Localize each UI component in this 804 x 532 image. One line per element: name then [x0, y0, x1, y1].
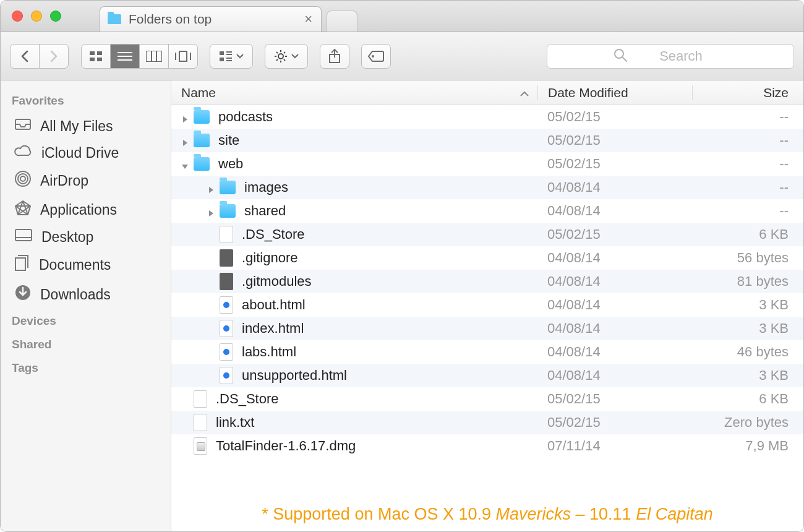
- sidebar-item-desktop[interactable]: Desktop: [1, 224, 171, 250]
- file-size: --: [692, 156, 803, 172]
- apps-icon: [14, 200, 32, 220]
- disclosure-triangle-icon[interactable]: [180, 135, 190, 145]
- sidebar-item-downloads[interactable]: Downloads: [1, 280, 171, 309]
- file-row[interactable]: .gitmodules04/08/1481 bytes: [171, 270, 803, 293]
- column-view-button[interactable]: [139, 44, 169, 69]
- disclosure-triangle-icon[interactable]: [206, 206, 216, 216]
- search-input[interactable]: [547, 44, 794, 69]
- file-row[interactable]: .DS_Store05/02/156 KB: [171, 387, 803, 411]
- file-row[interactable]: about.html04/08/143 KB: [171, 293, 803, 317]
- list-icon: [118, 51, 132, 61]
- file-name: .DS_Store: [242, 226, 305, 242]
- file-row[interactable]: unsupported.html04/08/143 KB: [171, 364, 803, 387]
- file-row[interactable]: images04/08/14--: [171, 176, 803, 199]
- list-view-button[interactable]: [110, 44, 140, 69]
- share-button[interactable]: [320, 44, 349, 69]
- html-file-icon: [220, 320, 233, 337]
- file-date: 07/11/14: [537, 438, 692, 454]
- columns-icon: [146, 51, 162, 62]
- action-menu-button[interactable]: [265, 44, 308, 69]
- file-size: Zero bytes: [692, 414, 803, 431]
- spacer: [180, 394, 190, 404]
- sidebar-item-all-my-files[interactable]: All My Files: [1, 113, 171, 140]
- column-header-name[interactable]: Name: [171, 85, 537, 100]
- file-row[interactable]: .DS_Store05/02/156 KB: [171, 223, 803, 246]
- content-pane: Name Date Modified Size podcasts05/02/15…: [171, 80, 803, 531]
- svg-line-27: [284, 52, 285, 53]
- column-header-date[interactable]: Date Modified: [537, 85, 692, 100]
- chevron-down-icon: [236, 54, 244, 59]
- close-window-button[interactable]: [12, 11, 23, 22]
- forward-button[interactable]: [39, 44, 69, 69]
- tab-close-icon[interactable]: ×: [304, 11, 312, 27]
- folder-icon: [194, 134, 210, 147]
- cloud-icon: [14, 144, 33, 161]
- grid-icon: [89, 51, 103, 62]
- folder-icon: [220, 204, 236, 218]
- support-note-em2: El Capitan: [636, 505, 713, 523]
- sidebar-item-label: Documents: [39, 257, 111, 273]
- file-row[interactable]: podcasts05/02/15--: [171, 105, 803, 129]
- chevron-left-icon: [20, 50, 29, 62]
- svg-rect-2: [90, 58, 95, 61]
- column-name-label: Name: [181, 85, 216, 100]
- column-header-row: Name Date Modified Size: [171, 80, 803, 105]
- coverflow-view-button[interactable]: [168, 44, 198, 69]
- sidebar-item-airdrop[interactable]: AirDrop: [1, 166, 171, 195]
- svg-rect-16: [220, 58, 224, 61]
- zoom-window-button[interactable]: [50, 11, 61, 22]
- file-date: 05/02/15: [537, 156, 692, 172]
- spacer: [206, 324, 216, 333]
- sidebar-section-header: Devices: [1, 309, 171, 333]
- sidebar-item-applications[interactable]: Applications: [1, 195, 171, 224]
- file-name: shared: [244, 203, 286, 219]
- new-tab-button[interactable]: [327, 11, 357, 32]
- finder-window: Folders on top ×: [0, 0, 804, 532]
- file-list: podcasts05/02/15--site05/02/15--web05/02…: [171, 105, 803, 491]
- disclosure-triangle-icon[interactable]: [180, 112, 190, 122]
- tab-active[interactable]: Folders on top ×: [100, 6, 322, 32]
- docs-icon: [14, 254, 30, 275]
- file-row[interactable]: link.txt05/02/15Zero bytes: [171, 411, 803, 434]
- file-name: .DS_Store: [216, 391, 279, 407]
- icon-view-button[interactable]: [81, 44, 111, 69]
- chevron-right-icon: [49, 50, 58, 62]
- folder-icon: [194, 157, 210, 171]
- file-row[interactable]: TotalFinder-1.6.17.dmg07/11/147,9 MB: [171, 434, 803, 458]
- spacer: [180, 418, 190, 427]
- minimize-window-button[interactable]: [31, 11, 42, 22]
- sidebar-item-icloud-drive[interactable]: iCloud Drive: [1, 140, 171, 166]
- sidebar: FavoritesAll My FilesiCloud DriveAirDrop…: [1, 80, 171, 531]
- file-size: 6 KB: [692, 391, 803, 407]
- file-row[interactable]: web05/02/15--: [171, 152, 803, 176]
- file-name: TotalFinder-1.6.17.dmg: [216, 438, 356, 454]
- tags-button[interactable]: [361, 44, 391, 69]
- svg-rect-10: [179, 51, 187, 61]
- back-button[interactable]: [10, 44, 40, 69]
- disclosure-triangle-icon[interactable]: [206, 182, 216, 192]
- file-name: podcasts: [218, 109, 273, 125]
- column-header-size[interactable]: Size: [692, 85, 803, 100]
- file-row[interactable]: index.html04/08/143 KB: [171, 317, 803, 340]
- sidebar-section-header: Tags: [1, 356, 171, 380]
- sidebar-item-label: Desktop: [41, 229, 93, 246]
- spacer: [206, 347, 216, 357]
- file-row[interactable]: .gitignore04/08/1456 bytes: [171, 246, 803, 270]
- file-row[interactable]: site05/02/15--: [171, 129, 803, 152]
- spacer: [206, 300, 216, 310]
- config-file-icon: [220, 273, 233, 290]
- file-icon: [194, 390, 207, 408]
- sidebar-item-documents[interactable]: Documents: [1, 250, 171, 280]
- file-icon: [194, 414, 207, 431]
- file-name: unsupported.html: [242, 367, 347, 384]
- tab-strip: Folders on top ×: [69, 0, 357, 32]
- spacer: [206, 371, 216, 380]
- svg-line-25: [284, 59, 285, 61]
- svg-point-19: [278, 54, 283, 59]
- disclosure-triangle-icon[interactable]: [180, 159, 190, 169]
- body: FavoritesAll My FilesiCloud DriveAirDrop…: [1, 80, 803, 531]
- arrange-button[interactable]: [210, 44, 253, 69]
- file-name: .gitignore: [242, 250, 298, 266]
- file-row[interactable]: labs.html04/08/1446 bytes: [171, 340, 803, 364]
- file-row[interactable]: shared04/08/14--: [171, 199, 803, 223]
